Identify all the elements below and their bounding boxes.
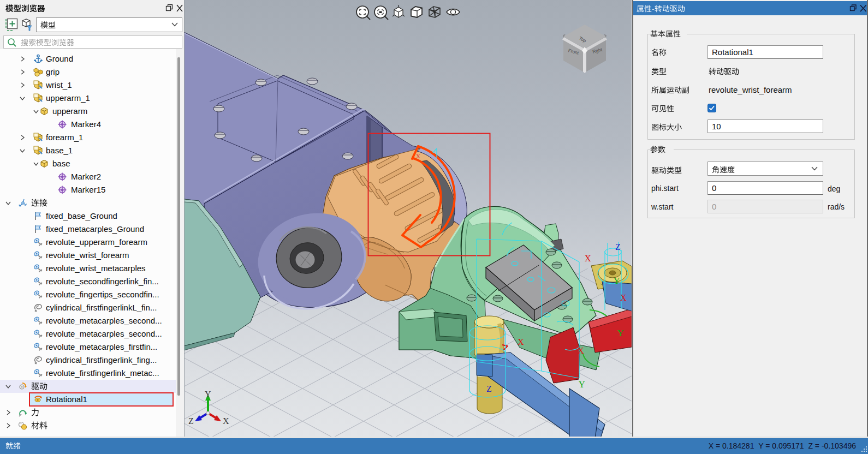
svg-text:Z: Z — [486, 384, 492, 393]
svg-text:Y: Y — [579, 380, 585, 389]
svg-text:Z: Z — [615, 242, 621, 252]
svg-text:X: X — [223, 416, 229, 426]
svg-text:X: X — [518, 337, 524, 347]
svg-text:X: X — [416, 153, 420, 159]
svg-text:X: X — [585, 254, 591, 263]
svg-text:Z: Z — [188, 416, 194, 426]
svg-text:X: X — [578, 346, 584, 355]
svg-text:Y: Y — [205, 390, 211, 399]
svg-text:Y: Y — [617, 328, 624, 338]
svg-text:Y: Y — [614, 276, 620, 285]
svg-text:X: X — [620, 293, 627, 302]
